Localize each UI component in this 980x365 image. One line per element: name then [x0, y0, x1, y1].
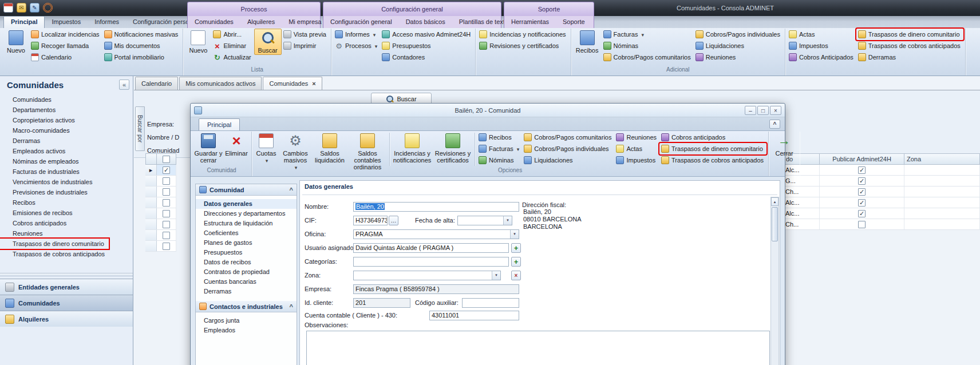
table-row[interactable]	[145, 165, 176, 176]
cambios-masivos-button[interactable]: Cambios masivos	[279, 132, 312, 172]
sidebar-item-nominas-empleados[interactable]: Nóminas de empleados	[0, 156, 84, 166]
tab-calendario-doc[interactable]: Calendario	[135, 77, 178, 90]
cuenta-contable-input[interactable]: 43011001	[429, 311, 519, 320]
table-row[interactable]	[145, 219, 176, 230]
tab-configuracion-general[interactable]: Configuración general	[323, 16, 399, 28]
oficina-combo[interactable]: PRAGMA	[353, 229, 519, 239]
scroll-thumb[interactable]	[772, 207, 778, 241]
cerrar-button[interactable]: Cerrar	[770, 132, 798, 158]
publicar-checkbox[interactable]	[858, 166, 866, 174]
revisiones-certificados-button[interactable]: Revisiones y certificados	[477, 40, 568, 51]
section-contactos-header[interactable]: Contactos e industriales	[196, 301, 297, 312]
impuestos-button[interactable]: Impuestos	[787, 40, 856, 51]
traspasos-cobros-anticipados-button[interactable]: Traspasos de cobros anticipados	[659, 154, 766, 166]
table-row[interactable]	[145, 187, 176, 197]
sidebar-item-emisiones-recibos[interactable]: Emisiones de recibos	[0, 208, 77, 218]
sidebar-item-previsiones-industriales[interactable]: Previsiones de industriales	[0, 187, 92, 197]
row-checkbox[interactable]	[163, 199, 170, 207]
nav-item-datos-recibos[interactable]: Datos de recibos	[196, 257, 297, 267]
row-checkbox[interactable]	[163, 177, 170, 185]
acceso-masivo-button[interactable]: Acceso masivo Adminet24H	[380, 29, 473, 40]
restore-icon[interactable]	[757, 106, 769, 115]
form-scrollbar[interactable]	[770, 197, 779, 365]
band-alquileres[interactable]: Alquileres	[0, 311, 133, 327]
close-tab-icon[interactable]	[312, 80, 315, 87]
collapse-sidebar-icon[interactable]	[119, 80, 129, 90]
abrir-button[interactable]: Abrir...	[211, 29, 254, 40]
tab-impuestos[interactable]: Impuestos	[45, 16, 88, 28]
traspasos-cobros-anticipados-button[interactable]: Traspasos de cobros anticipados	[856, 40, 963, 51]
chevron-down-icon[interactable]	[492, 271, 500, 280]
revisiones-certificados-button[interactable]: Revisiones y certificados	[433, 132, 473, 165]
zona-combo[interactable]	[353, 271, 501, 280]
tab-mis-comunicados-doc[interactable]: Mis comunicados activos	[179, 77, 262, 90]
liquidaciones-button[interactable]: Liquidaciones	[694, 40, 783, 51]
impuestos-button[interactable]: Impuestos	[614, 154, 659, 166]
usuario-search-add-icon[interactable]	[511, 243, 521, 253]
portal-inmobiliario-button[interactable]: Portal inmobiliario	[102, 51, 181, 63]
nuevo-registro-button[interactable]: Nuevo	[185, 29, 211, 55]
actas-button[interactable]: Actas	[614, 143, 659, 154]
tab-comunidades-doc[interactable]: Comunidades	[263, 77, 322, 90]
sidebar-item-departamentos[interactable]: Departamentos	[0, 105, 60, 115]
presupuestos-button[interactable]: Presupuestos	[380, 40, 473, 51]
tab-datos-basicos[interactable]: Datos básicos	[399, 16, 452, 28]
collapse-ribbon-icon[interactable]	[769, 120, 780, 129]
row-checkbox[interactable]	[163, 232, 170, 239]
table-row[interactable]	[145, 197, 176, 208]
scroll-up-icon[interactable]	[771, 197, 779, 206]
sidebar-item-copropietarios-activos[interactable]: Copropietarios activos	[0, 115, 80, 125]
observaciones-textarea[interactable]	[306, 331, 770, 365]
row-checkbox[interactable]	[163, 188, 170, 196]
empresa-input[interactable]: Fincas Pragma ( B58959784 )	[353, 284, 519, 294]
recibos-button[interactable]: Recibos	[477, 132, 522, 143]
row-checkbox[interactable]	[163, 166, 170, 174]
sidebar-item-recibos[interactable]: Recibos	[0, 197, 40, 208]
informes-menu-button[interactable]: Informes	[333, 29, 380, 40]
select-all-checkbox[interactable]	[163, 156, 170, 163]
guardar-cerrar-button[interactable]: Guardar y cerrar	[193, 132, 223, 165]
cif-lookup-button[interactable]	[389, 216, 398, 225]
tab-principal[interactable]: Principal	[3, 16, 45, 28]
table-row[interactable]: Alc...	[783, 208, 980, 219]
close-icon[interactable]	[770, 106, 781, 115]
publicar-checkbox[interactable]	[858, 199, 866, 207]
derramas-button[interactable]: Derramas	[856, 51, 963, 63]
tab-soporte[interactable]: Soporte	[556, 16, 592, 28]
band-entidades-generales[interactable]: Entidades generales	[0, 279, 133, 295]
sidebar-item-empleados-activos[interactable]: Empleados activos	[0, 146, 70, 156]
incidencias-notificaciones-button[interactable]: Incidencias y notificaciones	[477, 29, 568, 40]
calendario-button[interactable]: Calendario	[29, 51, 102, 63]
sidebar-splitter[interactable]	[0, 273, 133, 276]
dialog-titlebar[interactable]: Bailén, 20 - Comunidad	[191, 104, 785, 117]
cobros-anticipados-button[interactable]: Cobros Anticipados	[787, 51, 856, 63]
eliminar-button[interactable]: Eliminar	[223, 132, 250, 158]
chevron-down-icon[interactable]	[503, 216, 512, 225]
eliminar-button[interactable]: Eliminar	[211, 40, 254, 51]
publicar-checkbox[interactable]	[858, 177, 866, 185]
column-header-publicar[interactable]: Publicar Adminet24H	[820, 153, 904, 165]
actualizar-button[interactable]: Actualizar	[211, 51, 254, 63]
nav-item-cuentas-bancarias[interactable]: Cuentas bancarias	[196, 277, 297, 287]
recibos-button[interactable]: Recibos	[573, 29, 602, 55]
procesos-menu-button[interactable]: Procesos	[333, 40, 380, 51]
sidebar-item-cobros-anticipados[interactable]: Cobros anticipados	[0, 218, 71, 228]
ring-icon[interactable]	[43, 3, 53, 13]
cif-input[interactable]: H37364973	[353, 216, 388, 225]
nav-item-contratos-propiedad[interactable]: Contratos de propiedad	[196, 267, 297, 277]
contadores-button[interactable]: Contadores	[380, 51, 473, 63]
sidebar-item-macro-comunidades[interactable]: Macro-comunidades	[0, 125, 74, 136]
notes-icon[interactable]	[30, 3, 39, 13]
cobros-pagos-individuales-button[interactable]: Cobros/Pagos individuales	[694, 29, 783, 40]
buscar-button[interactable]: Buscar	[254, 29, 282, 55]
table-row[interactable]	[145, 208, 176, 219]
fecha-alta-combo[interactable]	[457, 216, 512, 225]
nav-item-datos-generales[interactable]: Datos generales	[196, 199, 297, 209]
nav-item-coeficientes[interactable]: Coeficientes	[196, 228, 297, 238]
id-cliente-input[interactable]: 201	[353, 298, 410, 308]
publicar-checkbox[interactable]	[858, 221, 866, 228]
notificaciones-masivas-button[interactable]: Notificaciones masivas	[102, 29, 181, 40]
buscar-por-tab[interactable]: Buscar por	[135, 106, 145, 151]
table-row[interactable]: Ch...	[783, 219, 980, 230]
sidebar-item-comunidades[interactable]: Comunidades	[0, 94, 56, 105]
